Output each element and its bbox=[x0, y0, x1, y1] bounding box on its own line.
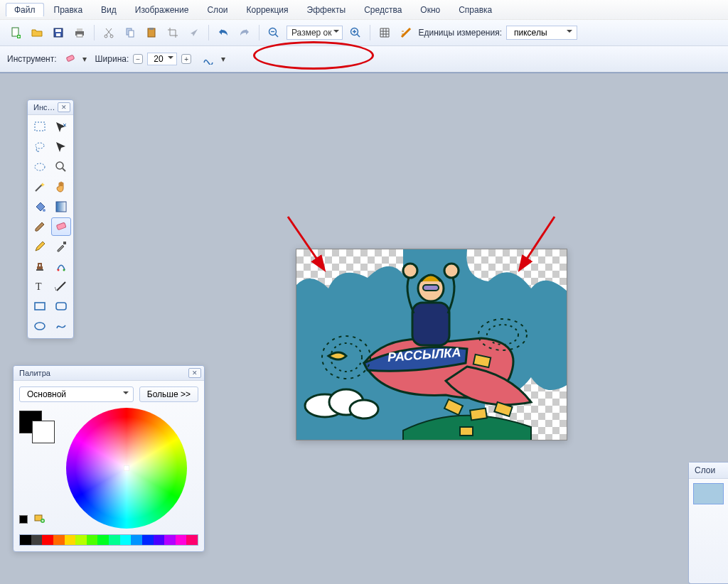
tool-brush[interactable] bbox=[30, 217, 50, 236]
menu-effects[interactable]: Эффекты bbox=[299, 3, 355, 17]
palette-color[interactable] bbox=[31, 535, 43, 545]
color-swatches[interactable] bbox=[19, 411, 59, 445]
palette-more-button[interactable]: Больше >> bbox=[139, 386, 198, 402]
palette-color[interactable] bbox=[176, 535, 187, 545]
mini-swatch-black[interactable] bbox=[19, 515, 28, 524]
tool-pencil[interactable] bbox=[30, 237, 50, 256]
palette-color[interactable] bbox=[20, 535, 31, 545]
palette-strip[interactable] bbox=[19, 534, 198, 546]
svg-rect-25 bbox=[37, 266, 43, 269]
width-increase-button[interactable]: + bbox=[181, 54, 191, 64]
paste-button[interactable] bbox=[143, 24, 160, 41]
tool-fill[interactable] bbox=[30, 198, 50, 216]
svg-point-46 bbox=[403, 264, 417, 278]
secondary-color-swatch[interactable] bbox=[32, 421, 55, 443]
layer-thumbnail[interactable] bbox=[693, 483, 724, 504]
menu-window[interactable]: Окно bbox=[412, 3, 449, 17]
tool-rounded-rect[interactable] bbox=[51, 297, 71, 315]
tool-text[interactable]: T bbox=[30, 277, 50, 296]
palette-color[interactable] bbox=[65, 535, 76, 545]
tool-magic-wand[interactable] bbox=[30, 178, 50, 196]
menu-image[interactable]: Изображение bbox=[127, 3, 198, 17]
tools-panel-close-button[interactable]: ✕ bbox=[58, 102, 70, 112]
units-select[interactable]: пикселы bbox=[506, 26, 577, 40]
palette-color[interactable] bbox=[131, 535, 142, 545]
color-wheel[interactable] bbox=[66, 408, 187, 529]
tool-freeform[interactable] bbox=[51, 317, 71, 335]
tool-ellipse[interactable] bbox=[30, 317, 50, 335]
palette-color[interactable] bbox=[53, 535, 65, 545]
tool-zoom[interactable] bbox=[51, 158, 71, 176]
crop-button[interactable] bbox=[164, 24, 181, 41]
open-file-button[interactable] bbox=[28, 24, 46, 41]
layers-panel[interactable]: Слои bbox=[688, 462, 728, 584]
menu-edit[interactable]: Правка bbox=[46, 3, 92, 17]
palette-color[interactable] bbox=[164, 535, 176, 545]
menu-correction[interactable]: Коррекция bbox=[238, 3, 297, 17]
tool-ellipse-select[interactable] bbox=[30, 158, 50, 176]
new-file-icon bbox=[9, 26, 22, 39]
tool-clone[interactable] bbox=[30, 257, 50, 276]
print-button[interactable] bbox=[71, 24, 88, 41]
palette-color[interactable] bbox=[120, 535, 132, 545]
ruler-button[interactable] bbox=[397, 24, 414, 41]
tool-line[interactable]: \ bbox=[51, 277, 71, 296]
svg-rect-23 bbox=[56, 222, 66, 230]
zoom-in-button[interactable] bbox=[347, 24, 364, 41]
menu-file[interactable]: Файл bbox=[6, 3, 44, 17]
menu-help[interactable]: Справка bbox=[450, 3, 500, 17]
width-decrease-button[interactable]: − bbox=[133, 54, 143, 64]
copy-icon bbox=[124, 26, 136, 39]
palette-color[interactable] bbox=[109, 535, 120, 545]
add-palette-icon[interactable] bbox=[33, 512, 46, 524]
cut-button[interactable] bbox=[100, 24, 117, 41]
svg-rect-11 bbox=[129, 31, 134, 37]
color-wheel-cursor[interactable] bbox=[124, 465, 129, 471]
width-value-select[interactable]: 20 bbox=[147, 53, 177, 65]
svg-point-47 bbox=[444, 264, 459, 278]
undo-button[interactable] bbox=[215, 24, 232, 41]
tools-panel-title: Инс… bbox=[33, 103, 55, 112]
palette-titlebar[interactable]: Палитра ✕ bbox=[14, 366, 204, 381]
menu-view[interactable]: Вид bbox=[92, 3, 125, 17]
palette-mode-select[interactable]: Основной bbox=[19, 386, 134, 402]
svg-rect-32 bbox=[56, 303, 66, 310]
menu-layers[interactable]: Слои bbox=[198, 3, 236, 17]
palette-color[interactable] bbox=[154, 535, 165, 545]
svg-point-21 bbox=[43, 209, 46, 212]
tool-rectangle[interactable] bbox=[30, 297, 50, 315]
tool-gradient[interactable] bbox=[51, 198, 71, 216]
palette-color[interactable] bbox=[142, 535, 154, 545]
tool-color-picker[interactable] bbox=[51, 237, 71, 256]
deselect-button[interactable] bbox=[186, 24, 203, 41]
palette-color[interactable] bbox=[97, 535, 109, 545]
palette-color[interactable] bbox=[42, 535, 53, 545]
tool-lasso[interactable] bbox=[30, 138, 50, 156]
zoom-level-select[interactable]: Размер ок bbox=[287, 26, 343, 40]
tool-move-selection[interactable] bbox=[51, 118, 71, 136]
tool-move[interactable] bbox=[51, 138, 71, 156]
redo-button[interactable] bbox=[236, 24, 253, 41]
tool-rect-select[interactable] bbox=[30, 118, 50, 136]
palette-color[interactable] bbox=[75, 535, 87, 545]
antialias-button[interactable] bbox=[200, 50, 217, 67]
tool-recolor[interactable] bbox=[51, 257, 71, 276]
current-tool-indicator[interactable] bbox=[61, 50, 78, 67]
save-button[interactable] bbox=[50, 24, 67, 41]
copy-button[interactable] bbox=[122, 24, 139, 41]
tools-panel-titlebar[interactable]: Инс… ✕ bbox=[28, 100, 73, 115]
palette-color[interactable] bbox=[186, 535, 198, 545]
tool-eraser[interactable] bbox=[51, 217, 71, 236]
tools-panel[interactable]: Инс… ✕ T \ bbox=[27, 99, 74, 339]
grid-button[interactable] bbox=[376, 24, 393, 41]
palette-close-button[interactable]: ✕ bbox=[188, 368, 201, 378]
palette-color[interactable] bbox=[87, 535, 98, 545]
document-canvas[interactable]: РАССЫЛКА bbox=[296, 249, 567, 440]
zoom-in-icon bbox=[349, 26, 362, 39]
new-file-button[interactable] bbox=[7, 24, 24, 41]
zoom-out-button[interactable] bbox=[265, 24, 282, 41]
palette-panel[interactable]: Палитра ✕ Основной Больше >> bbox=[13, 365, 205, 552]
tool-pan[interactable] bbox=[51, 178, 71, 196]
menu-tools[interactable]: Средства bbox=[355, 3, 410, 17]
svg-point-19 bbox=[35, 163, 45, 171]
